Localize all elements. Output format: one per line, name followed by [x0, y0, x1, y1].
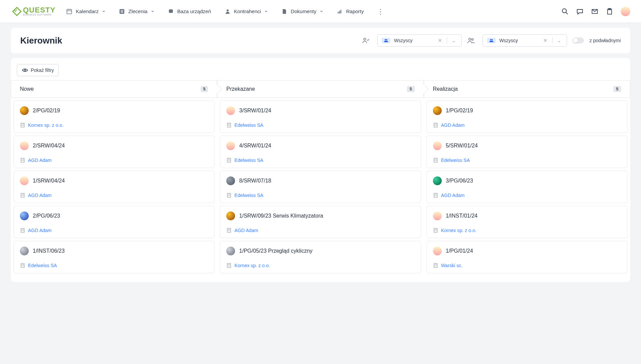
nav-calendar[interactable]: Kalendarz	[66, 8, 105, 15]
task-card[interactable]: 8/SRW/07/18Edelweiss SA	[220, 171, 421, 203]
assignee-avatar	[433, 176, 442, 185]
column-header[interactable]: Nowe5	[11, 80, 217, 98]
task-card[interactable]: 2/SRW/04/24AGD Adam	[14, 136, 214, 168]
building-icon	[226, 263, 232, 268]
assignee-avatar	[20, 141, 29, 150]
svg-rect-71	[227, 263, 231, 268]
chevron-down-icon[interactable]: ⌄	[451, 38, 457, 43]
task-card[interactable]: 1/PG/01/24Warski sc.	[427, 241, 627, 273]
chevron-down-icon	[264, 10, 268, 13]
user-avatar[interactable]	[621, 7, 630, 16]
svg-rect-35	[23, 160, 24, 161]
mail-icon-button[interactable]	[591, 8, 598, 15]
svg-rect-42	[22, 229, 22, 230]
column-header[interactable]: Przekazane5	[217, 80, 424, 98]
company-link[interactable]: AGD Adam	[441, 193, 465, 198]
svg-rect-10	[338, 12, 339, 13]
task-card[interactable]: 1/PG/05/23 Przegląd cyklicznyKornex sp. …	[220, 241, 421, 273]
svg-rect-83	[436, 159, 437, 160]
card-title: 2/SRW/04/24	[33, 143, 65, 149]
clipboard-icon	[606, 8, 613, 15]
more-menu[interactable]: ⋮	[377, 7, 384, 16]
building-icon	[226, 228, 232, 233]
svg-rect-86	[434, 193, 437, 197]
company-link[interactable]: Edelweiss SA	[234, 158, 263, 163]
building-icon	[433, 263, 438, 268]
kanban-column: Realizacja51/PG/02/19AGD Adam5/SRW/01/24…	[424, 80, 630, 276]
chevron-down-icon	[320, 10, 323, 13]
task-card[interactable]: 1/INST/06/23Edelweiss SA	[14, 241, 214, 273]
header-actions	[561, 7, 630, 16]
company-link[interactable]: Kornex sp. z o.o.	[234, 263, 270, 268]
svg-rect-66	[227, 228, 231, 232]
button-label: Pokaż filtry	[31, 67, 54, 73]
assignee-avatar	[20, 106, 29, 115]
task-card[interactable]: 1/PG/02/19AGD Adam	[427, 101, 627, 133]
group-badge	[487, 38, 496, 43]
svg-rect-40	[23, 195, 24, 196]
task-card[interactable]: 3/SRW/01/24Edelweiss SA	[220, 101, 421, 133]
svg-rect-29	[22, 125, 22, 126]
task-card[interactable]: 1/SRW/04/24AGD Adam	[14, 171, 214, 203]
nav-label: Baza urządzeń	[177, 8, 211, 14]
page-title: Kierownik	[20, 35, 356, 46]
svg-rect-59	[228, 160, 229, 161]
assignee-avatar	[226, 247, 235, 255]
main-nav: Kalendarz Zlecenia Baza urządzeń Kontrah…	[66, 7, 561, 16]
nav-documents[interactable]: Dokumenty	[281, 8, 323, 15]
subordinates-toggle[interactable]	[572, 37, 584, 44]
nav-contractors[interactable]: Kontrahenci	[225, 8, 268, 15]
nav-devices[interactable]: Baza urządzeń	[168, 8, 211, 15]
task-card[interactable]: 1/SRW/09/23 Serwis KlimatyzatoraAGD Adam	[220, 206, 421, 238]
company-link[interactable]: Edelweiss SA	[234, 122, 263, 128]
svg-rect-62	[228, 194, 229, 195]
search-icon-button[interactable]	[561, 8, 569, 15]
clear-icon[interactable]: ✕	[437, 38, 443, 43]
company-link[interactable]: Edelweiss SA	[441, 158, 470, 163]
chat-icon-button[interactable]	[576, 8, 584, 15]
group-filter-select[interactable]: Wszyscy ✕ ⌄	[483, 34, 567, 47]
column-count: 5	[201, 86, 208, 92]
company-link[interactable]: AGD Adam	[28, 193, 52, 198]
svg-rect-38	[23, 194, 24, 195]
company-link[interactable]: Edelweiss SA	[234, 193, 263, 198]
kanban-column: Przekazane53/SRW/01/24Edelweiss SA4/SRW/…	[217, 80, 424, 276]
search-icon	[562, 8, 568, 15]
column-header[interactable]: Realizacja5	[424, 80, 630, 98]
user-filter-select[interactable]: Wszyscy ✕ ⌄	[377, 34, 462, 47]
svg-rect-92	[435, 229, 435, 230]
building-icon	[433, 228, 438, 233]
svg-rect-32	[22, 159, 22, 160]
group-icon-button[interactable]	[467, 36, 475, 45]
person-icon	[225, 8, 231, 15]
svg-point-22	[472, 39, 473, 40]
assign-person-icon-button[interactable]	[362, 36, 370, 45]
company-link[interactable]: AGD Adam	[234, 228, 258, 233]
show-filters-button[interactable]: Pokaż filtry	[17, 64, 59, 76]
clipboard-icon-button[interactable]	[606, 8, 613, 15]
task-card[interactable]: 2/PG/06/23AGD Adam	[14, 206, 214, 238]
clear-icon[interactable]: ✕	[542, 38, 549, 43]
nav-orders[interactable]: Zlecenia	[119, 8, 154, 15]
app-header: QUESTY BUSINESS SOFTWARE Kalendarz Zlece…	[0, 0, 641, 23]
task-card[interactable]: 3/PG/06/23AGD Adam	[427, 171, 627, 203]
nav-reports[interactable]: Raporty	[337, 8, 364, 15]
task-card[interactable]: 1/INST/01/24Kornex sp. z o.o.	[427, 206, 627, 238]
company-link[interactable]: Kornex sp. z o.o.	[441, 228, 477, 233]
chevron-down-icon	[102, 10, 105, 13]
company-link[interactable]: AGD Adam	[28, 228, 52, 233]
task-card[interactable]: 4/SRW/01/24Edelweiss SA	[220, 136, 421, 168]
company-link[interactable]: AGD Adam	[441, 122, 465, 128]
logo[interactable]: QUESTY BUSINESS SOFTWARE	[11, 5, 55, 18]
svg-point-21	[469, 38, 471, 40]
company-link[interactable]: Warski sc.	[441, 263, 463, 268]
task-card[interactable]: 2/PG/02/19Kornex sp. z o.o.	[14, 101, 214, 133]
card-title: 4/SRW/01/24	[239, 143, 271, 149]
company-link[interactable]: Edelweiss SA	[28, 263, 57, 268]
company-link[interactable]: AGD Adam	[28, 158, 52, 163]
card-title: 8/SRW/07/18	[239, 178, 271, 184]
chevron-down-icon[interactable]: ⌄	[556, 38, 563, 43]
company-link[interactable]: Kornex sp. z o.o.	[28, 122, 63, 128]
task-card[interactable]: 5/SRW/01/24Edelweiss SA	[427, 136, 627, 168]
svg-rect-91	[434, 228, 437, 232]
